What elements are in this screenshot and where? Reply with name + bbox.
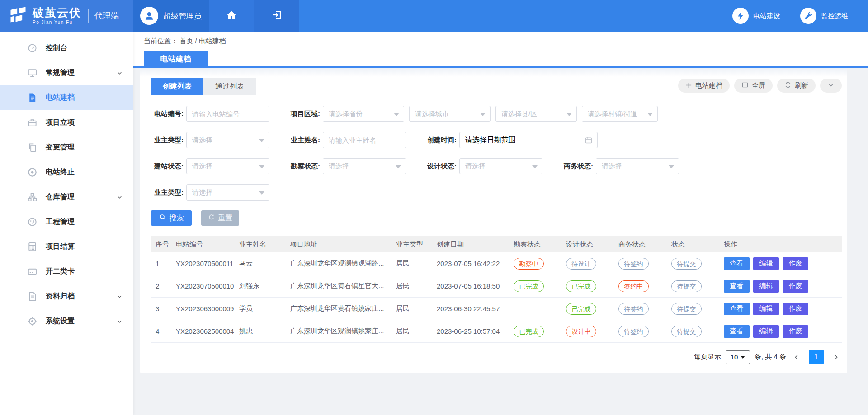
design-status-select[interactable]: 请选择 [459, 158, 542, 174]
view-button[interactable]: 查看 [724, 280, 750, 293]
per-page-select[interactable]: 10 [726, 350, 750, 364]
town-select[interactable]: 请选择村镇/街道 [582, 106, 658, 122]
void-button[interactable]: 作废 [783, 303, 808, 315]
create-station-button[interactable]: 电站建档 [678, 79, 730, 93]
list-tabs-row: 创建列表 通过列表 电站建档 全屏 [140, 78, 847, 95]
table-row: 3 YX2023063000009 学员 广东深圳龙华区黄石镇姚家庄... 居民… [151, 298, 842, 320]
edit-button[interactable]: 编辑 [753, 325, 779, 338]
user-name: 超级管理员 [163, 11, 202, 21]
nav-station-build-label: 电站建设 [753, 12, 780, 20]
created-date: 2023-06-25 10:57:04 [432, 327, 509, 335]
collapse-toolbar-button[interactable] [820, 79, 842, 93]
sidebar-item-change-mgmt[interactable]: 变更管理 [0, 135, 133, 160]
per-page-label: 每页显示 [694, 353, 721, 361]
sidebar-item-console[interactable]: 控制台 [0, 36, 133, 61]
caret-down-icon [566, 113, 572, 116]
build-status-select[interactable]: 请选择 [186, 158, 269, 174]
station-code-input[interactable] [186, 106, 269, 122]
void-button[interactable]: 作废 [783, 325, 808, 338]
total-count-label: 条, 共 4 条 [755, 353, 786, 361]
nav-monitor-ops[interactable]: 监控运维 [800, 0, 848, 32]
sidebar-item-project-initiation[interactable]: 项目立项 [0, 110, 133, 135]
caret-down-icon [259, 191, 264, 195]
fullscreen-button[interactable]: 全屏 [734, 79, 773, 93]
county-select[interactable]: 请选择县/区 [495, 106, 577, 122]
sidebar-item-system-settings[interactable]: 系统设置 [0, 309, 133, 334]
owner-type2-label: 业主类型: [151, 188, 184, 197]
design-status-placeholder: 请选择 [465, 162, 486, 171]
settings-icon [27, 316, 38, 327]
filter-row-1: 电站编号: 项目区域: 请选择省份 请选择城市 请选择县/区 请选择村镇/街道 [151, 106, 836, 122]
void-button[interactable]: 作废 [783, 280, 808, 293]
survey-status-label: 勘察状态: [288, 162, 320, 171]
province-select[interactable]: 请选择省份 [323, 106, 404, 122]
business-status-badge: 待签约 [618, 258, 649, 270]
survey-status-placeholder: 请选择 [329, 162, 349, 171]
prev-page-button[interactable] [791, 353, 802, 361]
sidebar-item-label: 控制台 [46, 43, 67, 53]
owner-type2-select[interactable]: 请选择 [186, 184, 269, 201]
edit-button[interactable]: 编辑 [753, 303, 779, 315]
sidebar-item-station-filing[interactable]: 电站建档 [0, 85, 133, 110]
sidebar-item-general-mgmt[interactable]: 常规管理 [0, 61, 133, 85]
edit-button[interactable]: 编辑 [753, 257, 779, 270]
top-header: 破茧云伏 Po Jian Yun Fu 代理端 超级管理员 [0, 0, 868, 32]
sidebar-item-open-type2-card[interactable]: 开二类卡 [0, 259, 133, 284]
col-header-created: 创建日期 [432, 240, 509, 249]
edit-button[interactable]: 编辑 [753, 280, 779, 293]
owner-type: 居民 [392, 304, 432, 313]
home-button[interactable] [209, 0, 254, 32]
refresh-button[interactable]: 刷新 [777, 79, 816, 93]
reset-button[interactable]: 重置 [201, 210, 239, 226]
sidebar-item-project-settlement[interactable]: 项目结算 [0, 234, 133, 259]
sidebar-item-label: 项目立项 [46, 118, 75, 127]
sidebar-item-label: 系统设置 [46, 317, 75, 326]
table-row: 1 YX2023070500011 马云 广东深圳龙华区观澜镇观湖路... 居民… [151, 252, 842, 275]
page-tab-station-filing[interactable]: 电站建档 [144, 51, 208, 66]
search-label: 搜索 [170, 214, 184, 223]
logo-separator [88, 9, 89, 23]
search-button[interactable]: 搜索 [151, 210, 192, 226]
tab-passed-list[interactable]: 通过列表 [203, 78, 256, 95]
archive-icon [27, 291, 38, 302]
owner-type2-placeholder: 请选择 [192, 188, 212, 197]
page-number-button[interactable]: 1 [809, 350, 824, 364]
caret-down-icon [480, 113, 486, 116]
content-card: 创建列表 通过列表 电站建档 全屏 [140, 68, 847, 373]
date-range-input[interactable]: 请选择日期范围 [459, 132, 598, 148]
logout-button[interactable] [254, 0, 299, 32]
card-top-gradient [140, 68, 847, 77]
caret-down-icon [647, 113, 653, 116]
business-status-select[interactable]: 请选择 [596, 158, 679, 174]
owner-type: 居民 [392, 327, 432, 336]
breadcrumb-path[interactable]: 首页 / 电站建档 [179, 37, 226, 45]
sidebar-item-label: 项目结算 [46, 242, 75, 252]
sidebar-item-label: 电站终止 [46, 168, 75, 177]
monitor-icon [27, 68, 38, 79]
view-button[interactable]: 查看 [724, 257, 750, 270]
survey-status-select[interactable]: 请选择 [323, 158, 406, 174]
sidebar-item-engineering-mgmt[interactable]: 工程管理 [0, 210, 133, 234]
view-button[interactable]: 查看 [724, 303, 750, 315]
view-button[interactable]: 查看 [724, 325, 750, 338]
owner-name-input[interactable] [323, 132, 406, 148]
nav-station-build[interactable]: 电站建设 [732, 0, 780, 32]
sidebar-item-data-archive[interactable]: 资料归档 [0, 284, 133, 309]
chevron-right-icon [832, 353, 840, 361]
sidebar-item-warehouse-mgmt[interactable]: 仓库管理 [0, 185, 133, 210]
user-menu[interactable]: 超级管理员 [133, 0, 209, 32]
nav-monitor-ops-label: 监控运维 [821, 12, 848, 20]
owner-type-select[interactable]: 请选择 [186, 132, 269, 148]
plus-icon [685, 82, 692, 90]
refresh-icon [784, 81, 792, 90]
reset-icon [208, 214, 215, 223]
city-select[interactable]: 请选择城市 [409, 106, 491, 122]
sidebar-item-station-termination[interactable]: 电站终止 [0, 160, 133, 185]
filter-region: 项目区域: 请选择省份 请选择城市 请选择县/区 请选择村镇/街道 [288, 106, 658, 122]
tab-create-list[interactable]: 创建列表 [151, 78, 203, 95]
col-header-status: 状态 [667, 240, 719, 249]
business-status-placeholder: 请选择 [602, 162, 622, 171]
col-header-design: 设计状态 [561, 240, 614, 249]
void-button[interactable]: 作废 [783, 257, 808, 270]
next-page-button[interactable] [830, 353, 842, 361]
